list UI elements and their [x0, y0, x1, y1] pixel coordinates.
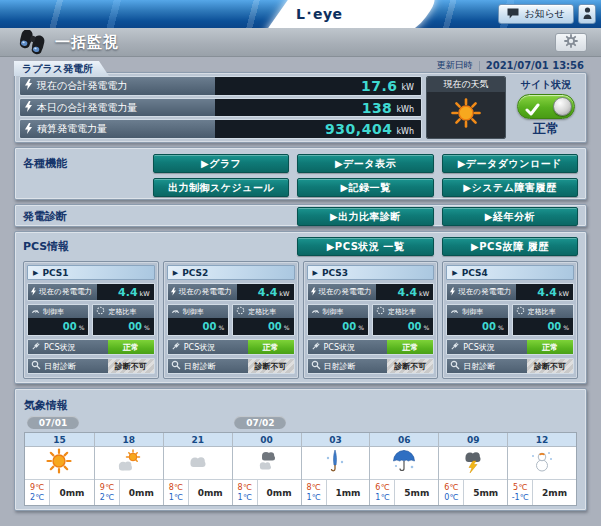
pcs-card-title[interactable]: ▶ PCS2	[167, 265, 295, 280]
plug-icon	[171, 341, 181, 353]
account-button[interactable]	[578, 4, 596, 24]
rated-ratio-box: 定格比率 00 %	[232, 304, 294, 336]
pcs-name: PCS3	[322, 268, 348, 278]
power-label: 現在の発電電力	[319, 287, 372, 297]
pcs-status-list-button[interactable]: ▶PCS状況 一覧	[297, 237, 433, 256]
pcs-card-title[interactable]: ▶ PCS1	[27, 265, 155, 280]
gauge-icon	[171, 306, 180, 317]
dashed-circle-icon	[96, 306, 105, 317]
temp-high: 5℃	[508, 483, 532, 493]
pcs-card-title[interactable]: ▶ PCS4	[446, 265, 574, 280]
pcs-card-2: ▶ PCS2 現在の発電電力 4.4 kW 制御率	[163, 261, 299, 379]
forecast-column: 06 6℃1℃ 5mm	[369, 433, 438, 505]
forecast-hour: 21	[164, 433, 232, 447]
logo-swoosh	[262, 0, 444, 28]
output-ratio-diagnosis-button[interactable]: ▶出力比率診断	[297, 207, 433, 226]
binoculars-icon	[15, 30, 51, 59]
date-pill: 07/01	[27, 416, 79, 429]
notice-button[interactable]: お知らせ	[498, 4, 574, 24]
metric-value: 930,404	[325, 121, 392, 137]
forecast-column: 15 9℃2℃ 0mm	[25, 433, 94, 505]
forecast-column: 00 8℃1℃ 0mm	[232, 433, 301, 505]
plug-icon	[450, 341, 460, 353]
pcs-power-row: 現在の発電電力 4.4 kW	[446, 283, 574, 301]
power-value: 4.4	[118, 286, 138, 299]
date-pill: 07/02	[234, 416, 286, 429]
forecast-column: 21 8℃1℃ 0mm	[163, 433, 232, 505]
check-icon	[525, 101, 540, 120]
rated-ratio-box: 定格比率 00 %	[512, 304, 574, 336]
insolation-diagnosis-label: 日射診断	[44, 361, 76, 372]
site-name-tab[interactable]: ラプラス発電所	[14, 61, 109, 76]
pcs-card-title[interactable]: ▶ PCS3	[307, 265, 435, 280]
rated-ratio-unit: %	[284, 322, 290, 331]
summary-section: ラプラス発電所 更新日時 2021/07/01 13:56 現在の合計発電電力 …	[14, 57, 587, 143]
site-status-widget: サイト状況 正常	[510, 76, 582, 139]
forecast-hour: 06	[370, 433, 438, 447]
rated-ratio-box: 定格比率 00 %	[92, 304, 154, 336]
forecast-table: 15 9℃2℃ 0mm 18 9℃2℃ 0mm 21	[24, 432, 577, 506]
pcs-panel: PCS情報 ▶PCS状況 一覧 ▶PCS故障 履歴 ▶ PCS1 現在の発電電力…	[14, 231, 587, 384]
diagnosis-panel: 発電診断 ▶出力比率診断 ▶経年分析	[14, 204, 587, 227]
control-rate-value: 00	[63, 321, 77, 332]
app-logo: L･eye	[296, 6, 343, 22]
precipitation: 0mm	[50, 480, 94, 505]
precipitation: 5mm	[464, 480, 507, 505]
metric-list: 現在の合計発電電力 17.6 kW 本日の合計発電電力量 138 kWh	[19, 76, 422, 139]
metric-today-energy: 本日の合計発電電力量 138 kWh	[19, 98, 422, 118]
pcs-status-row: PCS状況 正常	[307, 339, 435, 355]
system-failure-history-button[interactable]: ▶システム障害履歴	[442, 178, 578, 197]
pcs-status-label: PCS状況	[463, 342, 495, 353]
site-status-indicator	[517, 94, 575, 119]
power-label: 現在の発電電力	[179, 287, 232, 297]
updated-datetime: 更新日時 2021/07/01 13:56	[437, 59, 584, 72]
control-rate-value: 00	[342, 321, 356, 332]
precipitation: 0mm	[189, 480, 232, 505]
temp-high: 8℃	[164, 483, 188, 493]
precipitation: 0mm	[120, 480, 163, 505]
pcs-failure-history-button[interactable]: ▶PCS故障 履歴	[442, 237, 578, 256]
forecast-column: 03 8℃1℃ 1mm	[301, 433, 370, 505]
site-status-value: 正常	[533, 120, 559, 138]
data-download-button[interactable]: ▶データダウンロード	[442, 154, 578, 173]
aging-analysis-button[interactable]: ▶経年分析	[442, 207, 578, 226]
record-list-button[interactable]: ▶記録一覧	[297, 178, 433, 197]
temp-low: -1℃	[508, 493, 532, 503]
bolt-icon	[25, 79, 32, 92]
settings-button[interactable]	[555, 33, 587, 52]
summary-panel: 現在の合計発電電力 17.6 kW 本日の合計発電電力量 138 kWh	[14, 72, 587, 143]
insolation-diagnosis-badge: 診断不可	[248, 359, 294, 373]
metric-value: 138	[362, 100, 393, 116]
insolation-diagnosis-row: 日射診断 診断不可	[167, 358, 295, 374]
dashed-circle-icon	[236, 306, 245, 317]
magnifier-icon	[31, 360, 41, 372]
temp-high: 8℃	[233, 483, 257, 493]
output-control-schedule-button[interactable]: 出力制御スケジュール	[153, 178, 289, 197]
arrow-icon: ▶	[452, 269, 457, 277]
control-rate-label: 制御率	[183, 307, 204, 317]
power-value: 4.4	[537, 286, 557, 299]
rated-ratio-label: 定格比率	[248, 307, 276, 317]
temp-high: 6℃	[370, 483, 394, 493]
rated-ratio-label: 定格比率	[388, 307, 416, 317]
rated-ratio-label: 定格比率	[108, 307, 136, 317]
pcs-status-row: PCS状況 正常	[27, 339, 155, 355]
dashed-circle-icon	[516, 306, 525, 317]
control-rate-box: 制御率 00 %	[446, 304, 508, 336]
forecast-column: 18 9℃2℃ 0mm	[94, 433, 163, 505]
functions-label: 各種機能	[23, 156, 145, 171]
current-weather-widget: 現在の天気	[426, 76, 506, 139]
control-rate-box: 制御率 00 %	[27, 304, 89, 336]
graph-button[interactable]: ▶グラフ	[153, 154, 289, 173]
temp-low: 0℃	[439, 493, 463, 503]
power-value: 4.4	[398, 286, 418, 299]
weather-panel: 気象情報 07/01 07/02 15 9℃2℃ 0mm 18 9℃2℃ 0mm	[14, 388, 587, 511]
weather-label: 気象情報	[24, 399, 68, 412]
metric-unit: kW	[401, 79, 414, 92]
data-display-button[interactable]: ▶データ表示	[297, 154, 433, 173]
diagnosis-label: 発電診断	[23, 209, 145, 224]
insolation-diagnosis-badge: 診断不可	[108, 359, 154, 373]
metric-label: 現在の合計発電電力	[37, 79, 127, 93]
site-status-label: サイト状況	[521, 78, 572, 92]
pcs-status-badge: 正常	[387, 340, 433, 354]
